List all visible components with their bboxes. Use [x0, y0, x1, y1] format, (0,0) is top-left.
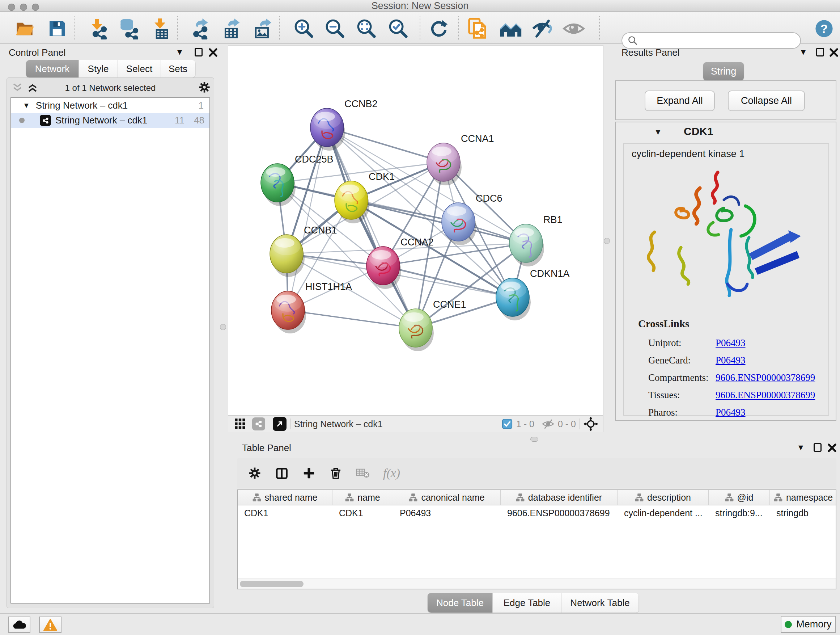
results-panel-close-icon[interactable] — [829, 48, 838, 57]
string-home-button[interactable] — [499, 17, 523, 40]
import-network-file-button[interactable] — [86, 17, 109, 40]
help-button[interactable]: ? — [813, 17, 836, 40]
import-network-database-button[interactable] — [117, 17, 140, 40]
detach-view-button[interactable] — [273, 417, 286, 431]
show-glass-button[interactable] — [562, 17, 585, 40]
expand-all-button[interactable]: Expand All — [645, 90, 715, 111]
warning-status-button[interactable] — [39, 616, 62, 633]
tab-network[interactable]: Network — [26, 60, 79, 78]
column-header-shared-name[interactable]: shared name — [238, 490, 332, 505]
control-panel-float-icon[interactable] — [195, 48, 202, 57]
hide-glass-button[interactable] — [531, 17, 554, 40]
zoom-selected-button[interactable] — [387, 17, 410, 40]
protein-expand-triangle[interactable]: ▼ — [654, 127, 662, 137]
table-cell[interactable]: 9606.ENSP00000378699 — [501, 508, 617, 518]
table-cell[interactable]: stringdb:9... — [709, 508, 770, 518]
crosslink-link[interactable]: P06493 — [715, 337, 745, 348]
table-cell[interactable]: CDK1 — [238, 508, 332, 518]
grid-view-icon[interactable] — [234, 418, 246, 430]
column-header-namespace[interactable]: namespace — [770, 490, 836, 505]
scrollbar-thumb[interactable] — [240, 581, 303, 587]
refresh-view-button[interactable] — [427, 17, 450, 40]
column-header-canonical-name[interactable]: canonical name — [393, 490, 501, 505]
network-collection-row[interactable]: ▼ String Network – cdk1 1 — [11, 98, 210, 113]
tab-network-table[interactable]: Network Table — [561, 593, 639, 613]
column-header--id[interactable]: @id — [709, 490, 770, 505]
collection-expand-triangle[interactable]: ▼ — [23, 101, 30, 110]
collapse-all-button[interactable]: Collapse All — [728, 90, 805, 111]
cloud-status-button[interactable] — [8, 616, 30, 633]
search-input[interactable] — [638, 35, 800, 46]
network-row[interactable]: String Network – cdk1 11 48 — [11, 113, 210, 128]
column-header-name[interactable]: name — [332, 490, 393, 505]
network-node-CCNB1[interactable]: CCNB1 — [270, 225, 337, 277]
export-network-button[interactable] — [188, 17, 211, 40]
tab-sets[interactable]: Sets — [161, 60, 195, 78]
toolbar-separator — [74, 16, 74, 40]
network-node-label-CCNB2: CCNB2 — [344, 98, 378, 109]
import-table-file-button[interactable] — [149, 17, 172, 40]
create-column-plus-icon[interactable] — [302, 466, 316, 480]
right-splitter-handle[interactable] — [604, 238, 610, 244]
left-splitter-handle[interactable] — [220, 324, 226, 330]
window-zoom-button[interactable] — [32, 4, 39, 11]
network-node-CDKN1A[interactable]: CDKN1A — [496, 268, 570, 320]
table-cell[interactable]: CDK1 — [332, 508, 393, 518]
crosslink-link[interactable]: 9606.ENSP00000378699 — [715, 372, 815, 383]
zoom-in-button[interactable] — [292, 17, 316, 40]
network-node-RB1[interactable]: RB1 — [509, 214, 562, 266]
table-panel-collapse-icon[interactable]: ▾ — [798, 442, 803, 453]
table-tab-bar: Node TableEdge TableNetwork Table — [428, 593, 639, 613]
network-canvas[interactable]: CCNB2CCNA1CDC25BCDK1CDC6RB1CCNB1CCNA2CDK… — [228, 45, 603, 416]
table-horizontal-scrollbar[interactable] — [238, 578, 836, 589]
toolbar-separator — [420, 16, 420, 40]
show-columns-icon[interactable] — [275, 466, 289, 480]
open-session-button[interactable] — [13, 17, 36, 40]
tab-node-table[interactable]: Node Table — [428, 593, 493, 613]
network-options-gear-icon[interactable] — [198, 81, 211, 94]
column-header-database-identifier[interactable]: database identifier — [501, 490, 617, 505]
save-session-button[interactable] — [46, 17, 69, 40]
window-minimize-button[interactable] — [20, 4, 27, 11]
results-panel-float-icon[interactable] — [816, 48, 824, 57]
table-cell[interactable]: stringdb — [770, 508, 836, 518]
control-panel-close-icon[interactable] — [208, 48, 218, 57]
network-edge-CCNB2-CCNE1[interactable] — [327, 127, 416, 328]
zoom-out-button[interactable] — [324, 17, 347, 40]
tab-edge-table[interactable]: Edge Table — [493, 593, 561, 613]
crosslink-link[interactable]: 9606.ENSP00000378699 — [715, 390, 815, 401]
results-tab-string[interactable]: String — [703, 62, 744, 80]
horizontal-splitter-handle[interactable] — [531, 437, 538, 442]
string-import-button[interactable] — [467, 17, 490, 40]
tab-style[interactable]: Style — [79, 60, 118, 78]
export-table-button[interactable] — [219, 17, 242, 40]
tab-select[interactable]: Select — [118, 60, 161, 78]
control-panel-collapse-icon[interactable]: ▾ — [177, 46, 182, 57]
network-edge-CCNE1-HIST1H1A[interactable] — [288, 310, 416, 328]
table-cell[interactable]: cyclin-dependent ... — [617, 508, 709, 518]
export-image-button[interactable] — [250, 17, 273, 40]
table-options-gear-icon[interactable] — [248, 466, 262, 480]
network-icon-toggle[interactable] — [252, 417, 265, 431]
column-header-description[interactable]: description — [617, 490, 709, 505]
crosslink-link[interactable]: P06493 — [715, 355, 745, 366]
network-node-HIST1H1A[interactable]: HIST1H1A — [271, 281, 352, 333]
selected-checkbox-icon[interactable] — [502, 418, 513, 429]
memory-button[interactable]: Memory — [781, 616, 836, 633]
birdseye-crosshair-icon[interactable] — [584, 417, 598, 431]
table-row[interactable]: CDK1CDK1P064939606.ENSP00000378699cyclin… — [238, 505, 836, 521]
protein-result-box: ▼ CDK1 cyclin-dependent kinase 1 — [615, 122, 836, 421]
control-panel-tab-bar: NetworkStyleSelectSets — [26, 60, 195, 78]
delete-column-trash-icon[interactable] — [329, 466, 343, 480]
network-node-CCNE1[interactable]: CCNE1 — [399, 299, 466, 351]
crosslink-link[interactable]: P06493 — [715, 407, 745, 418]
table-panel-close-icon[interactable] — [827, 443, 837, 453]
window-close-button[interactable] — [8, 4, 15, 11]
network-node-CDC6[interactable]: CDC6 — [442, 193, 502, 245]
table-panel-float-icon[interactable] — [813, 443, 821, 452]
results-panel-collapse-icon[interactable]: ▾ — [801, 46, 806, 57]
zoom-fit-button[interactable] — [355, 17, 378, 40]
crosslink-label: Uniprot: — [648, 337, 715, 348]
table-cell[interactable]: P06493 — [393, 508, 501, 518]
network-node-CCNA1[interactable]: CCNA1 — [427, 133, 494, 185]
